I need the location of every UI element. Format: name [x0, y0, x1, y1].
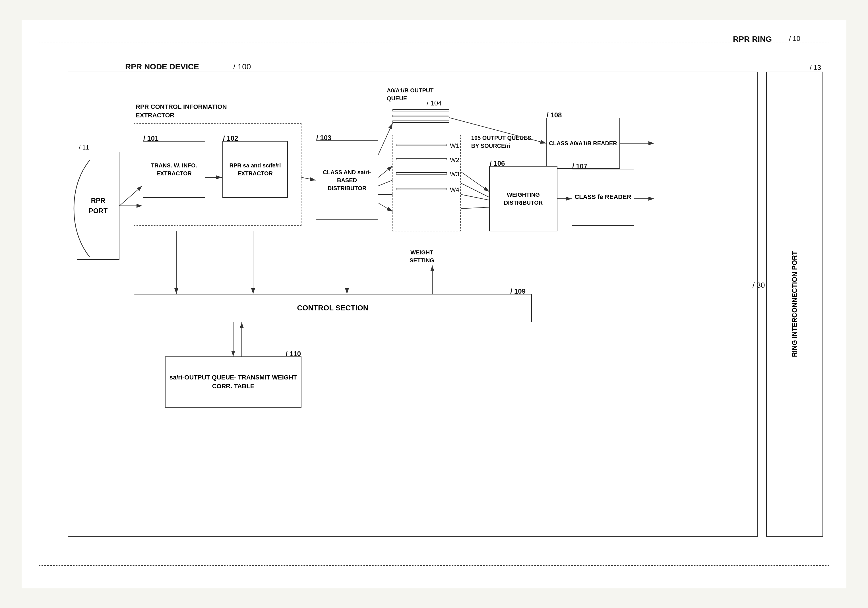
weighting-dist-block: WEIGHTING DISTRIBUTOR / 106 [489, 166, 557, 231]
weight-setting-label: WEIGHTSETTING [409, 248, 434, 265]
corr-table-block: sa/ri-OUTPUT QUEUE- TRANSMIT WEIGHT CORR… [165, 356, 301, 408]
rpr-ring-label: RPR RING [733, 35, 772, 44]
svg-line-7 [378, 180, 392, 186]
rpr-port-label: RPRPORT [89, 196, 108, 216]
page: RPR RING / 10 RPR NODE DEVICE / 100 / 11… [22, 20, 846, 588]
class-fe-ref: / 107 [572, 161, 587, 171]
rpr-node-box: RPR NODE DEVICE / 100 / 11 RPRPORT RPR C… [68, 72, 758, 537]
w1-label: W1 [450, 142, 459, 150]
rpr-port-ref: / 11 [79, 144, 89, 151]
output-queues-src-area: 105 OUTPUT QUEUESBY SOURCE/ri W1 W2 W3 W… [392, 135, 461, 231]
rpr-sa-ref: / 102 [223, 134, 238, 143]
ring-port-ref: / 13 [810, 63, 821, 72]
rpr-sa-block: RPR sa and sc/fe/ri EXTRACTOR / 102 [222, 141, 288, 198]
output-queues-label: 105 OUTPUT QUEUESBY SOURCE/ri [471, 134, 531, 150]
ring-port-label: RING INTERCONNECTION PORT [790, 251, 799, 357]
class-dist-ref: / 103 [316, 133, 331, 143]
svg-line-6 [378, 166, 392, 177]
rpr-node-ref: / 100 [233, 62, 251, 71]
control-section-block: CONTROL SECTION / 109 [134, 294, 532, 322]
class-a-reader-block: CLASS A0/A1/B READER / 108 [546, 118, 620, 169]
w3-label: W3 [450, 170, 459, 178]
rpr-control-label: RPR CONTROL INFORMATIONEXTRACTOR [136, 103, 227, 120]
control-section-ref: / 109 [510, 286, 525, 296]
svg-line-13 [461, 195, 489, 200]
rpr-ring-ref: / 10 [789, 35, 800, 43]
w4-label: W4 [450, 186, 459, 193]
svg-line-9 [378, 203, 392, 212]
svg-line-4 [301, 177, 316, 180]
class-fe-reader-block: CLASS fe READER / 107 [572, 169, 634, 226]
class-dist-block: CLASS AND sa/ri-BASED DISTRIBUTOR / 103 [316, 141, 378, 220]
trans-w-ref: / 101 [143, 134, 158, 143]
rpr-node-label: RPR NODE DEVICE [125, 62, 199, 71]
ring-interconnection-port-box: RING INTERCONNECTION PORT / 13 / 30 [766, 72, 823, 537]
trans-w-block: TRANS. W. INFO. EXTRACTOR / 101 [143, 141, 205, 198]
rpr-control-extractor-box: RPR CONTROL INFORMATIONEXTRACTOR TRANS. … [134, 123, 301, 226]
rpr-port-box: / 11 RPRPORT [77, 152, 119, 260]
rpr-ring-box: RPR RING / 10 RPR NODE DEVICE / 100 / 11… [39, 43, 829, 566]
class-a-ref: / 108 [547, 110, 562, 120]
corr-table-ref: / 110 [286, 349, 301, 359]
ring-side-ref: / 30 [753, 281, 765, 290]
svg-line-5 [378, 123, 392, 155]
svg-line-12 [461, 183, 489, 197]
w2-label: W2 [450, 156, 459, 164]
svg-line-11 [461, 172, 489, 192]
output-queue-ref: / 104 [426, 99, 442, 107]
svg-line-14 [461, 207, 489, 209]
weighting-dist-ref: / 106 [490, 159, 505, 168]
